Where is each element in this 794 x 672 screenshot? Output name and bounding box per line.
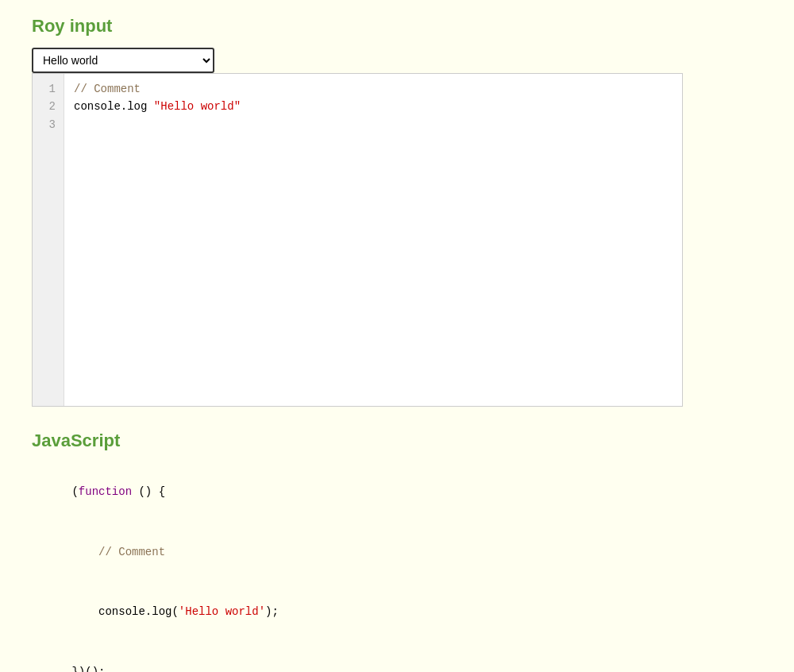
js-consolelog: console.log(	[71, 605, 178, 618]
js-line-4: })();	[32, 643, 762, 672]
line-number: 1	[40, 80, 56, 98]
javascript-section: JavaScript (function () { // Comment con…	[32, 431, 762, 672]
line-numbers: 1 2 3	[33, 74, 64, 406]
code-editor: 1 2 3 // Comment console.log "Hello worl…	[32, 73, 683, 407]
js-iife-close: })();	[71, 666, 105, 672]
roy-input-title: Roy input	[32, 16, 762, 37]
hello-world-dropdown[interactable]: Hello world Option 2 Option 3	[32, 48, 214, 73]
js-string-1: 'Hello world'	[179, 605, 265, 618]
js-line-3: console.log('Hello world');	[32, 582, 762, 643]
js-paren-1: (	[71, 485, 78, 498]
js-line-2: // Comment	[32, 523, 762, 583]
js-func-header: () {	[132, 485, 165, 498]
js-code-block: (function () { // Comment console.log('H…	[32, 462, 762, 672]
code-line-1: // Comment	[74, 80, 673, 98]
code-normal-1: console.log	[74, 100, 154, 113]
code-comment-1: // Comment	[74, 83, 141, 95]
javascript-title: JavaScript	[32, 431, 762, 451]
js-keyword-function: function	[79, 485, 132, 498]
js-line-1: (function () {	[32, 462, 762, 523]
line-number: 3	[40, 116, 56, 133]
code-line-2: console.log "Hello world"	[74, 98, 673, 115]
js-closeparen: );	[265, 605, 279, 618]
code-content[interactable]: // Comment console.log "Hello world"	[64, 74, 682, 406]
js-comment-1: // Comment	[71, 546, 165, 558]
code-line-3	[74, 116, 673, 133]
roy-input-section: Roy input Hello world Option 2 Option 3 …	[32, 16, 762, 407]
line-number: 2	[40, 98, 56, 115]
code-string-1: "Hello world"	[154, 100, 241, 113]
